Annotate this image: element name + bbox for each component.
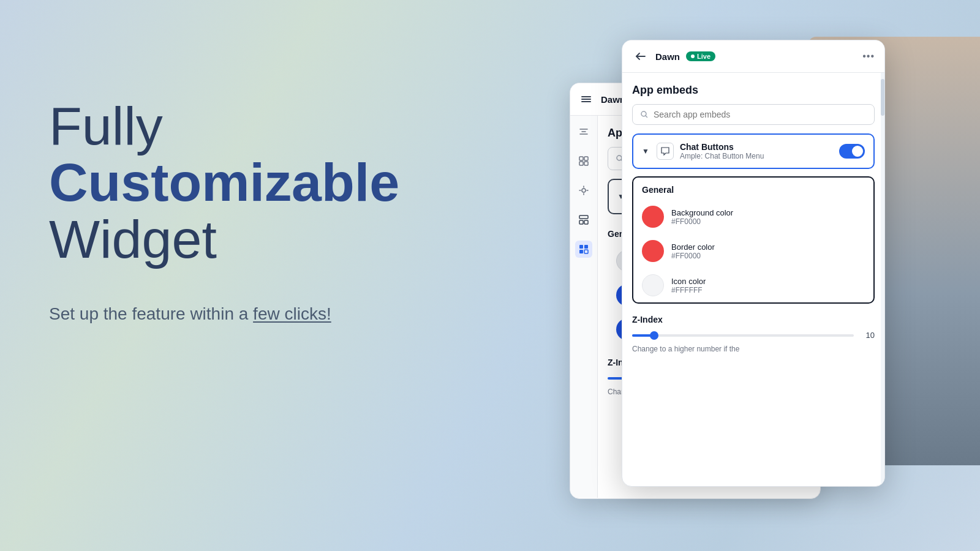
back-sidebar-icons xyxy=(570,116,598,498)
svg-rect-5 xyxy=(579,162,583,165)
svg-rect-1 xyxy=(581,99,591,100)
front-embed-chevron: ▼ xyxy=(642,147,649,156)
front-zindex-title: Z-Index xyxy=(632,315,875,324)
svg-rect-10 xyxy=(584,220,588,224)
front-color-hex-bg: #FF0000 xyxy=(671,217,733,226)
svg-rect-8 xyxy=(579,216,588,219)
front-general-title: General xyxy=(633,178,873,200)
front-embed-sub: Ample: Chat Button Menu xyxy=(680,152,833,160)
back-icon[interactable] xyxy=(578,91,595,108)
sidebar-icon-apps[interactable] xyxy=(575,241,592,258)
svg-point-7 xyxy=(582,189,586,192)
front-slider-row[interactable]: 10 xyxy=(632,331,875,340)
front-embed-toggle[interactable] xyxy=(839,144,865,159)
panel-front-header: Dawn Live ••• xyxy=(622,40,884,73)
front-color-label-bg: Background color xyxy=(671,208,733,217)
svg-rect-13 xyxy=(579,250,583,253)
svg-rect-3 xyxy=(579,157,583,160)
front-general-section: General Background color #FF0000 Border … xyxy=(632,176,875,304)
headline-line3: Widget xyxy=(49,209,217,269)
front-panel-content[interactable]: App embeds ▼ Chat Buttons Ample: Chat Bu… xyxy=(622,73,884,485)
svg-rect-2 xyxy=(581,101,591,102)
front-embed-name: Chat Buttons xyxy=(680,142,833,152)
front-embed-item[interactable]: ▼ Chat Buttons Ample: Chat Button Menu xyxy=(632,133,875,169)
subtitle-text: Set up the feature within a xyxy=(49,304,248,323)
svg-rect-11 xyxy=(579,245,583,249)
front-embed-icon xyxy=(657,143,674,160)
front-scrollbar-thumb[interactable] xyxy=(881,79,884,116)
front-more-icon[interactable]: ••• xyxy=(862,51,875,62)
front-zindex-desc: Change to a higher number if the xyxy=(632,345,875,353)
sidebar-icon-sections[interactable] xyxy=(575,211,592,228)
headline: Fully Customizable Widget xyxy=(49,98,478,268)
front-color-label-icon: Icon color xyxy=(671,277,706,286)
front-search-icon xyxy=(640,110,649,119)
front-color-hex-icon: #FFFFFF xyxy=(671,286,706,294)
subtitle-link[interactable]: few clicks! xyxy=(253,304,331,323)
front-zindex-section: Z-Index 10 Change to a higher number if … xyxy=(622,306,884,362)
front-slider-thumb[interactable] xyxy=(650,331,658,340)
sidebar-icon-grid[interactable] xyxy=(575,152,592,170)
front-back-icon[interactable] xyxy=(632,48,649,65)
front-color-hex-border: #FF0000 xyxy=(671,252,715,260)
svg-rect-14 xyxy=(584,250,588,253)
front-color-swatch-border[interactable] xyxy=(642,240,664,262)
subtitle: Set up the feature within a few clicks! xyxy=(49,304,478,324)
front-slider-value: 10 xyxy=(860,331,875,340)
svg-rect-12 xyxy=(584,245,588,249)
headline-line2: Customizable xyxy=(49,152,399,212)
front-color-row-icon[interactable]: Icon color #FFFFFF xyxy=(633,268,873,302)
front-theme-name: Dawn xyxy=(655,51,680,62)
svg-rect-0 xyxy=(581,96,591,97)
front-color-row-bg[interactable]: Background color #FF0000 xyxy=(633,200,873,234)
front-color-swatch-bg[interactable] xyxy=(642,206,664,228)
front-scrollbar[interactable] xyxy=(881,73,884,485)
front-color-label-border: Border color xyxy=(671,242,715,252)
svg-rect-4 xyxy=(584,157,588,160)
front-search-bar[interactable] xyxy=(632,104,875,125)
admin-panel-front: Dawn Live ••• App embeds ▼ xyxy=(622,40,885,487)
sidebar-icon-settings[interactable] xyxy=(575,182,592,199)
svg-rect-9 xyxy=(579,220,583,224)
svg-rect-6 xyxy=(584,162,588,165)
front-color-swatch-icon[interactable] xyxy=(642,274,664,296)
front-search-input[interactable] xyxy=(654,110,867,119)
headline-line1: Fully xyxy=(49,96,163,156)
sidebar-icon-back[interactable] xyxy=(575,123,592,140)
front-live-badge: Live xyxy=(686,51,715,61)
front-section-title: App embeds xyxy=(622,73,884,104)
front-color-row-border[interactable]: Border color #FF0000 xyxy=(633,234,873,268)
